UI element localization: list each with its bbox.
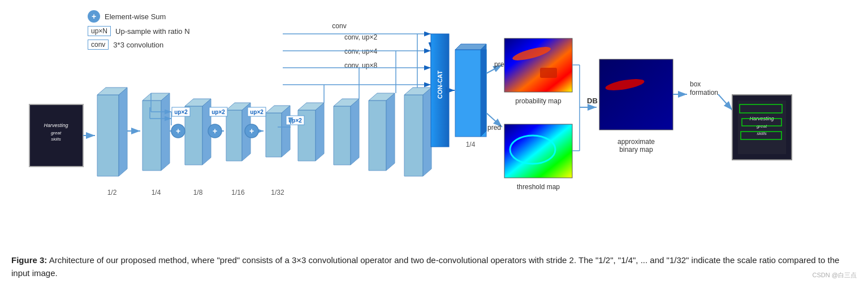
svg-text:1/16: 1/16 xyxy=(231,189,245,196)
svg-marker-9 xyxy=(97,95,119,176)
caption-text: Architecture of our proposed method, whe… xyxy=(11,255,839,278)
svg-text:Harvesting: Harvesting xyxy=(44,123,68,128)
svg-marker-25 xyxy=(266,113,282,157)
svg-rect-90 xyxy=(540,68,557,78)
watermark: CSDN @白三点 xyxy=(813,271,857,279)
svg-text:threshold map: threshold map xyxy=(517,183,560,191)
svg-text:skills: skills xyxy=(51,137,61,142)
architecture-diagram: Harvesting great skills xyxy=(0,0,868,220)
svg-text:conv, up×8: conv, up×8 xyxy=(344,62,377,69)
svg-text:+: + xyxy=(176,126,180,136)
svg-marker-29 xyxy=(316,103,324,161)
svg-text:1/4: 1/4 xyxy=(152,189,161,196)
svg-marker-32 xyxy=(351,99,359,165)
svg-text:1/4: 1/4 xyxy=(466,141,476,148)
svg-text:DB: DB xyxy=(587,97,598,105)
svg-text:pred: pred xyxy=(487,124,501,132)
svg-rect-88 xyxy=(504,38,572,92)
svg-text:box: box xyxy=(690,80,701,88)
svg-text:up×2: up×2 xyxy=(211,109,225,115)
svg-rect-92 xyxy=(504,124,572,178)
svg-text:CON-CAT: CON-CAT xyxy=(437,71,443,99)
svg-marker-37 xyxy=(404,95,423,176)
svg-text:1/32: 1/32 xyxy=(271,189,284,196)
svg-rect-3 xyxy=(29,104,83,167)
svg-text:formation: formation xyxy=(690,89,718,97)
svg-marker-34 xyxy=(369,101,386,171)
svg-text:up×2: up×2 xyxy=(174,109,188,115)
svg-text:conv, up×4: conv, up×4 xyxy=(344,47,377,55)
figure-caption: Figure 3: Architecture of our proposed m… xyxy=(11,254,857,279)
figure-number: Figure 3: xyxy=(11,255,47,265)
svg-text:1/8: 1/8 xyxy=(193,189,203,196)
svg-marker-81 xyxy=(481,44,486,137)
svg-text:probability map: probability map xyxy=(515,97,562,105)
svg-marker-14 xyxy=(161,93,170,171)
svg-rect-100 xyxy=(599,59,673,130)
svg-text:great: great xyxy=(51,130,62,136)
svg-marker-31 xyxy=(334,106,351,165)
svg-marker-26 xyxy=(282,106,290,157)
svg-marker-35 xyxy=(386,93,395,171)
main-container: + Element-wise Sum up×N Up-sample with r… xyxy=(0,0,868,284)
svg-text:up×2: up×2 xyxy=(250,109,264,115)
svg-marker-21 xyxy=(226,110,242,161)
svg-text:approximate: approximate xyxy=(617,138,655,146)
svg-text:1/2: 1/2 xyxy=(107,189,117,196)
svg-text:binary map: binary map xyxy=(619,146,653,154)
svg-text:+: + xyxy=(213,126,217,136)
svg-marker-13 xyxy=(142,101,161,171)
svg-marker-10 xyxy=(119,88,127,176)
svg-text:+: + xyxy=(249,126,254,136)
svg-text:conv: conv xyxy=(332,22,346,30)
svg-text:conv, up×2: conv, up×2 xyxy=(344,33,377,41)
svg-marker-38 xyxy=(423,88,431,176)
svg-line-107 xyxy=(718,94,732,110)
